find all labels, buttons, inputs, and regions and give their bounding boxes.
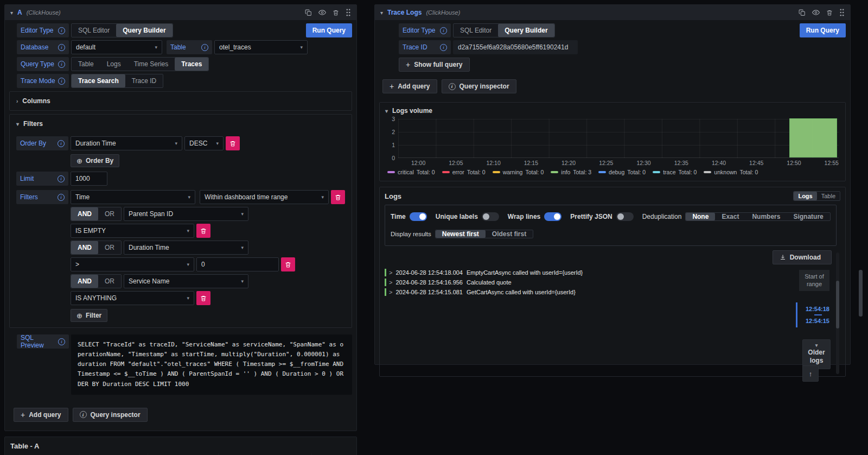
add-filter-button[interactable]: Filter bbox=[71, 309, 107, 322]
order-option-newest[interactable]: Newest first bbox=[436, 230, 486, 238]
legend-item-debug[interactable]: debugTotal: 0 bbox=[598, 169, 646, 175]
legend-item-critical[interactable]: criticalTotal: 0 bbox=[387, 169, 435, 175]
scroll-to-top-button[interactable] bbox=[802, 365, 819, 382]
run-query-button[interactable]: Run Query bbox=[306, 23, 352, 37]
condition-2-operator-select[interactable]: > bbox=[71, 257, 194, 271]
info-icon[interactable] bbox=[440, 27, 447, 34]
expand-chevron-icon[interactable] bbox=[389, 289, 392, 295]
condition-3-field-select[interactable]: Service Name bbox=[124, 274, 248, 288]
unique-labels-toggle[interactable] bbox=[482, 212, 499, 221]
editor-type-option-builder[interactable]: Query Builder bbox=[116, 24, 172, 37]
info-icon[interactable] bbox=[440, 44, 447, 51]
filter-range-select[interactable]: Within dashboard time range bbox=[200, 190, 329, 204]
add-query-button[interactable]: Add query bbox=[382, 79, 437, 93]
table-select[interactable]: otel_traces bbox=[214, 40, 308, 54]
drag-handle-icon[interactable] bbox=[346, 9, 351, 16]
trace-mode-option-id[interactable]: Trace ID bbox=[125, 74, 163, 87]
legend-item-trace[interactable]: traceTotal: 0 bbox=[653, 169, 697, 175]
info-icon[interactable] bbox=[58, 338, 65, 345]
remove-condition-button[interactable] bbox=[281, 257, 295, 271]
range-time-end[interactable]: 12:54:15 bbox=[806, 318, 829, 324]
trace-mode-option-search[interactable]: Trace Search bbox=[72, 74, 125, 87]
wrap-lines-toggle[interactable] bbox=[544, 212, 561, 221]
info-icon[interactable] bbox=[58, 78, 65, 85]
filters-section-header[interactable]: Filters bbox=[16, 118, 345, 130]
remove-condition-button[interactable] bbox=[196, 224, 210, 238]
page-scrollbar[interactable] bbox=[859, 270, 863, 317]
older-logs-button[interactable]: Older logs bbox=[802, 339, 831, 369]
bool-and-option[interactable]: AND bbox=[71, 207, 98, 220]
filter-field-select[interactable]: Time bbox=[71, 190, 195, 204]
order-by-field-select[interactable]: Duration Time bbox=[71, 136, 182, 150]
editor-type-option-sql[interactable]: SQL Editor bbox=[72, 24, 116, 37]
query-type-option-traces[interactable]: Traces bbox=[175, 58, 208, 71]
dedup-option-exact[interactable]: Exact bbox=[715, 213, 745, 220]
add-order-by-button[interactable]: Order By bbox=[71, 154, 119, 167]
info-logs-bar[interactable] bbox=[789, 118, 837, 157]
info-icon[interactable] bbox=[58, 27, 65, 34]
expand-chevron-icon[interactable] bbox=[389, 269, 392, 276]
log-entry[interactable]: 2024-06-28 12:54:15.081 GetCartAsync cal… bbox=[385, 287, 792, 297]
dedup-option-signature[interactable]: Signature bbox=[787, 213, 829, 220]
logs-scrollbar[interactable] bbox=[836, 252, 839, 374]
remove-filter-button[interactable] bbox=[331, 190, 345, 204]
info-icon[interactable] bbox=[58, 140, 65, 147]
query-type-option-timeseries[interactable]: Time Series bbox=[127, 58, 175, 71]
log-entry[interactable]: 2024-06-28 12:54:16.956 Calculated quote bbox=[385, 277, 792, 287]
duplicate-icon[interactable] bbox=[799, 9, 806, 16]
logs-volume-header[interactable]: Logs volume bbox=[380, 103, 845, 116]
duplicate-icon[interactable] bbox=[305, 9, 312, 16]
columns-section-header[interactable]: Columns bbox=[16, 95, 345, 107]
view-option-table[interactable]: Table bbox=[817, 192, 840, 200]
info-icon[interactable] bbox=[58, 61, 65, 68]
show-full-query-button[interactable]: Show full query bbox=[399, 58, 470, 72]
expand-chevron-icon[interactable] bbox=[389, 279, 392, 286]
range-time-start[interactable]: 12:54:18 bbox=[806, 306, 829, 312]
info-icon[interactable] bbox=[58, 44, 65, 51]
limit-input[interactable] bbox=[71, 172, 107, 186]
bool-and-option[interactable]: AND bbox=[71, 241, 98, 254]
trash-icon[interactable] bbox=[826, 9, 833, 16]
log-entry[interactable]: 2024-06-28 12:54:18.004 EmptyCartAsync c… bbox=[385, 268, 792, 277]
bool-or-option[interactable]: OR bbox=[98, 275, 121, 288]
info-icon[interactable] bbox=[201, 44, 208, 51]
condition-1-field-select[interactable]: Parent Span ID bbox=[124, 207, 248, 221]
prettify-json-toggle[interactable] bbox=[616, 212, 634, 221]
dedup-option-numbers[interactable]: Numbers bbox=[745, 213, 787, 220]
legend-item-unknown[interactable]: unknownTotal: 0 bbox=[704, 169, 758, 175]
view-option-logs[interactable]: Logs bbox=[794, 192, 816, 200]
legend-item-info[interactable]: infoTotal: 3 bbox=[551, 169, 591, 175]
trash-icon[interactable] bbox=[333, 9, 339, 16]
collapse-chevron-icon[interactable] bbox=[10, 10, 13, 16]
eye-icon[interactable] bbox=[318, 9, 326, 16]
legend-item-warning[interactable]: warningTotal: 0 bbox=[493, 169, 544, 175]
query-inspector-button[interactable]: Query inspector bbox=[73, 408, 148, 422]
condition-3-operator-select[interactable]: IS ANYTHING bbox=[71, 291, 194, 305]
eye-icon[interactable] bbox=[812, 9, 820, 16]
download-button[interactable]: Download bbox=[773, 250, 832, 264]
info-icon[interactable] bbox=[58, 175, 65, 182]
order-option-oldest[interactable]: Oldest first bbox=[486, 230, 533, 238]
time-toggle[interactable] bbox=[410, 212, 427, 221]
dedup-option-none[interactable]: None bbox=[686, 213, 715, 220]
drag-handle-icon[interactable] bbox=[839, 9, 845, 16]
condition-1-operator-select[interactable]: IS EMPTY bbox=[71, 224, 194, 238]
trace-id-value[interactable]: d2a7155ef6a928a05680e5ff6190241d bbox=[453, 40, 578, 54]
bool-or-option[interactable]: OR bbox=[98, 207, 121, 220]
remove-order-by-button[interactable] bbox=[226, 136, 240, 150]
bool-or-option[interactable]: OR bbox=[98, 241, 121, 254]
scrollbar-thumb[interactable] bbox=[836, 281, 839, 328]
condition-2-value-input[interactable] bbox=[196, 257, 279, 271]
query-type-option-logs[interactable]: Logs bbox=[100, 58, 127, 71]
bool-and-option[interactable]: AND bbox=[71, 275, 98, 288]
remove-condition-button[interactable] bbox=[196, 291, 210, 305]
collapse-chevron-icon[interactable] bbox=[380, 10, 383, 16]
database-select[interactable]: default bbox=[71, 40, 162, 54]
run-query-button[interactable]: Run Query bbox=[800, 23, 846, 37]
add-query-button[interactable]: Add query bbox=[14, 408, 68, 422]
order-by-direction-select[interactable]: DESC bbox=[184, 136, 224, 150]
editor-type-option-sql[interactable]: SQL Editor bbox=[454, 24, 498, 37]
query-inspector-button[interactable]: Query inspector bbox=[442, 79, 516, 93]
condition-2-field-select[interactable]: Duration Time bbox=[124, 241, 248, 255]
editor-type-option-builder[interactable]: Query Builder bbox=[498, 24, 554, 37]
